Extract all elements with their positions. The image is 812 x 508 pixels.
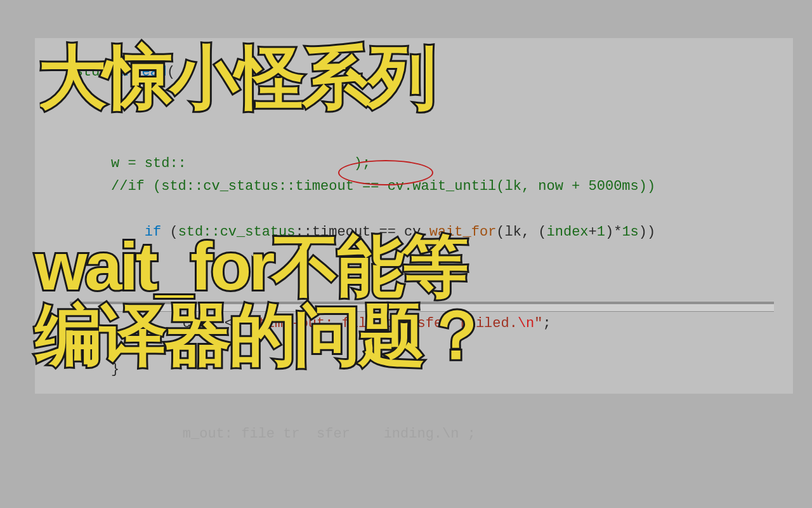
token-esc: \n: [518, 316, 534, 331]
overlay-sub-line2: 编译器的问题？: [35, 297, 488, 372]
token-plus: +: [589, 224, 597, 240]
overlay-sub-line1: wait_for不能等: [35, 229, 466, 304]
code-line-hidden: m_out: file tr sfer inding.\n ;: [35, 423, 793, 446]
token-close2: )): [639, 224, 655, 240]
overlay-subtitle: wait_for不能等 编译器的问题？: [35, 232, 488, 369]
token-close1: )*: [605, 224, 622, 240]
token-one: 1: [597, 224, 605, 240]
code-line-comment: //if (std::cv_status::timeout == cv.wait…: [35, 175, 793, 198]
token-str2: ": [534, 316, 542, 331]
code-line-spacer: [35, 381, 793, 404]
code-line-frag: w = std:: );: [35, 152, 793, 175]
token-1s: 1s: [622, 224, 638, 240]
overlay-title: 大惊小怪系列: [38, 43, 434, 112]
token-semi: ;: [543, 316, 551, 331]
token-call: (lk, (: [496, 224, 546, 240]
token-index: index: [547, 224, 589, 240]
code-line-3: [35, 130, 793, 152]
